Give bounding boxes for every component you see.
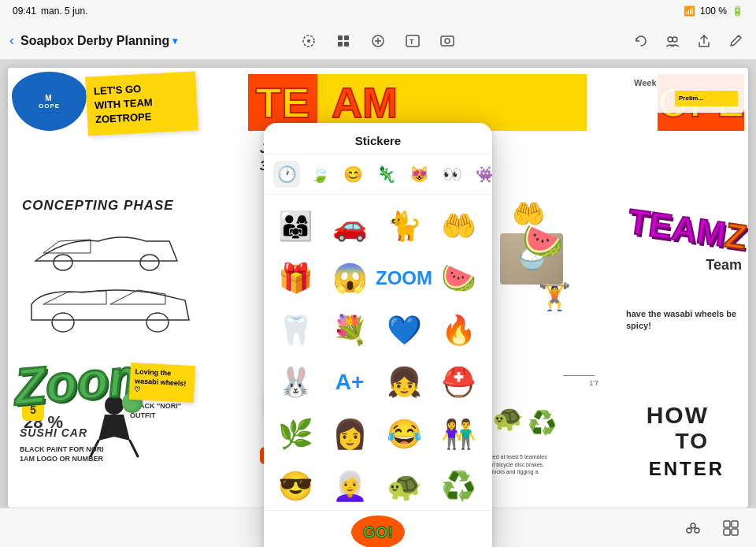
title-chevron-icon: ▾ [172, 35, 177, 47]
toolbar-right [630, 30, 747, 52]
share-button[interactable] [693, 30, 715, 52]
insert-tool-button[interactable] [367, 30, 389, 52]
barbell-element: 🏋️ [538, 281, 571, 312]
svg-rect-29 [724, 521, 730, 527]
canvas-area: TE AM OPE M OOPE LET'S GOWITH TEAMZOETRO… [0, 60, 756, 547]
disc-ope-text: OOPE [39, 102, 60, 110]
sticker-bunny[interactable]: 🐰 [272, 359, 319, 406]
disc-m-text: M [45, 94, 53, 102]
lasso-tool-button[interactable] [298, 30, 320, 52]
teamz-text: TEAMZ [625, 202, 748, 258]
sticker-fire[interactable]: 🔥 [435, 307, 482, 354]
concepting-phase-label: CONCEPTING PHASE [22, 198, 174, 214]
svg-rect-31 [724, 529, 730, 535]
svg-point-15 [54, 255, 72, 270]
svg-point-16 [140, 255, 159, 270]
document-title[interactable]: Soapbox Derby Planning ▾ [20, 34, 177, 48]
car-sketch-2 [20, 273, 209, 336]
sticker-couple[interactable]: 👫 [435, 411, 482, 458]
format-tool-button[interactable] [332, 30, 354, 52]
turtle-sticker: 🐢 [492, 403, 524, 433]
sticker-panel-title: Stickere [264, 123, 492, 154]
svg-point-14 [673, 37, 677, 42]
sticker-shock[interactable]: 😱 [326, 255, 373, 302]
svg-point-12 [445, 39, 450, 43]
status-left: 09:41 man. 5 jun. [13, 6, 87, 17]
enter-text: ENTER [649, 458, 724, 480]
tree-icon-button[interactable] [680, 515, 706, 541]
back-button[interactable]: ‹ [9, 32, 14, 49]
battery-text: 100 % [700, 6, 727, 17]
svg-rect-30 [732, 521, 738, 527]
svg-point-1 [307, 39, 310, 43]
toolbar: ‹ Soapbox Derby Planning ▾ T [0, 22, 756, 60]
sticker-gift[interactable]: 🎁 [272, 255, 319, 302]
sticker-category-alien[interactable]: 👾 [472, 161, 492, 188]
svg-rect-32 [732, 529, 738, 535]
sticker-category-recent[interactable]: 🕐 [273, 161, 300, 188]
date: man. 5 jun. [41, 6, 87, 17]
grid-view-button[interactable] [718, 515, 743, 541]
car-sketch-1 [20, 218, 209, 273]
sticker-heart[interactable]: 💙 [380, 307, 428, 354]
hands-sticker: 🤲 [512, 198, 545, 229]
go-circle-sticker[interactable]: GO! [351, 515, 405, 547]
sticker-turtle[interactable]: 🐢 [380, 463, 428, 510]
team-small-label: Team [706, 257, 742, 274]
sticker-category-eyes[interactable]: 👀 [439, 161, 465, 188]
sticker-watermelon[interactable]: 🍉 [435, 255, 482, 302]
edit-button[interactable] [724, 30, 747, 52]
sticker-teeth[interactable]: 🦷 [272, 307, 319, 354]
sticker-cat[interactable]: 🐈 [380, 203, 428, 250]
blue-disc: M OOPE [12, 72, 87, 131]
svg-rect-4 [338, 42, 343, 47]
toolbar-center: T [298, 30, 458, 52]
sticker-family[interactable]: 👨‍👩‍👧 [272, 203, 319, 250]
undo-button[interactable] [630, 30, 652, 52]
sticker-older-woman[interactable]: 👩‍🦳 [326, 463, 373, 510]
team-zoetrope-sticky: LET'S GOWITH TEAMZOETROPE [85, 71, 198, 136]
sticker-car[interactable]: 🚗 [326, 203, 373, 250]
go-sticker-button[interactable]: GO! [264, 510, 492, 547]
svg-point-25 [687, 528, 691, 533]
svg-point-17 [52, 313, 74, 332]
svg-rect-11 [441, 36, 454, 46]
right-panel: Week Prelim... [628, 72, 744, 113]
sticker-flowers[interactable]: 💐 [326, 307, 373, 354]
sticker-category-bar[interactable]: 🕐 🍃 😊 🦎 😻 👀 👾 [264, 154, 492, 195]
sticker-woman[interactable]: 👩 [326, 411, 373, 458]
collaborate-button[interactable] [662, 30, 684, 52]
sticker-zoom[interactable]: ZOOM [380, 255, 428, 302]
sticker-hands[interactable]: 🤲 [435, 203, 482, 250]
sticker-category-leaf[interactable]: 🍃 [306, 161, 333, 188]
sticker-leaf[interactable]: 🌿 [272, 411, 319, 458]
sticker-helmet[interactable]: ⛑️ [435, 359, 482, 406]
svg-rect-2 [338, 35, 343, 40]
wifi-icon: 📶 [684, 6, 695, 17]
sticker-girl[interactable]: 👧 [380, 359, 428, 406]
sticker-laugh[interactable]: 😂 [380, 411, 428, 458]
sticker-grid: 👨‍👩‍👧 🚗 🐈 🤲 🎁 😱 ZOOM 🍉 🦷 💐 💙 🔥 🐰 A+ 👧 ⛑️… [264, 195, 492, 510]
sticker-panel: Stickere 🕐 🍃 😊 🦎 😻 👀 👾 👨‍👩‍👧 🚗 🐈 🤲 🎁 😱 Z… [264, 123, 492, 547]
text-tool-button[interactable]: T [402, 30, 424, 52]
photo-tool-button[interactable] [436, 30, 458, 52]
sticker-category-animal[interactable]: 🦎 [372, 161, 399, 188]
wasabi-wheels-text: have the wasabi wheels be spicy! [626, 308, 736, 333]
sticker-recycle[interactable]: ♻️ [435, 463, 482, 510]
svg-text:T: T [410, 38, 414, 46]
svg-point-26 [695, 528, 699, 533]
sticker-aplus[interactable]: A+ [326, 359, 373, 406]
ruler-line-1 [563, 375, 595, 376]
wasabi-sticky: Loving the wasabi wheels! ♡ [129, 363, 195, 403]
svg-rect-3 [344, 35, 349, 40]
title-text: Soapbox Derby Planning [20, 34, 169, 48]
sticker-category-face[interactable]: 😻 [406, 161, 432, 188]
recycle-sticker: ♻️ [528, 409, 557, 437]
sticker-sunglasses[interactable]: 😎 [272, 463, 319, 510]
to-text: TO [676, 429, 709, 454]
status-right: 📶 100 % 🔋 [684, 6, 743, 17]
ruler-measurement: 1'7 [589, 379, 598, 387]
sticker-category-emoji[interactable]: 😊 [339, 161, 366, 188]
week-header: Week [634, 78, 738, 87]
teamz-sticker: TEAMZ [628, 210, 742, 249]
